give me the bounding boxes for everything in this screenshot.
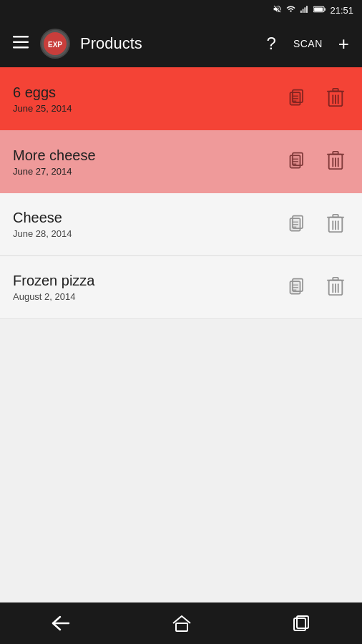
toolbar-actions: ? SCAN +: [260, 28, 355, 59]
svg-text:EXP: EXP: [48, 41, 62, 49]
status-icons: 21:51: [273, 4, 353, 16]
status-time: 21:51: [330, 5, 353, 16]
signal-icon: [300, 4, 310, 16]
product-item: 6 eggs June 25, 2014: [0, 67, 362, 130]
product-actions: [283, 146, 349, 177]
back-button[interactable]: [37, 608, 84, 638]
product-date: June 28, 2014: [13, 228, 283, 239]
product-item: More cheese June 27, 2014: [0, 130, 362, 193]
delete-button[interactable]: [322, 83, 349, 114]
product-date: June 27, 2014: [13, 166, 283, 177]
copy-button[interactable]: [283, 209, 312, 240]
product-name: Cheese: [13, 210, 283, 226]
toolbar: EXP Products ? SCAN +: [0, 20, 362, 67]
svg-rect-62: [176, 623, 187, 631]
svg-rect-0: [300, 11, 302, 13]
product-item: Frozen pizza August 2, 2014: [0, 256, 362, 319]
svg-rect-7: [13, 36, 29, 38]
mute-icon: [273, 4, 282, 16]
delete-button[interactable]: [322, 146, 349, 177]
product-name: Frozen pizza: [13, 273, 283, 289]
svg-rect-57: [333, 277, 338, 280]
delete-button[interactable]: [322, 272, 349, 303]
app-logo: EXP: [40, 29, 70, 59]
product-date: August 2, 2014: [13, 291, 283, 302]
product-info: Cheese June 28, 2014: [13, 210, 283, 239]
copy-button[interactable]: [283, 83, 312, 114]
copy-button[interactable]: [283, 146, 312, 177]
product-actions: [283, 83, 349, 114]
product-info: 6 eggs June 25, 2014: [13, 84, 283, 114]
product-actions: [283, 272, 349, 303]
bottom-nav: [0, 602, 362, 644]
svg-rect-8: [13, 42, 29, 44]
battery-icon: [313, 5, 326, 16]
help-button[interactable]: ?: [260, 28, 283, 59]
status-bar: 21:51: [0, 0, 362, 20]
add-button[interactable]: +: [333, 29, 355, 59]
product-name: 6 eggs: [13, 84, 283, 101]
product-info: Frozen pizza August 2, 2014: [13, 273, 283, 302]
product-name: More cheese: [13, 147, 283, 164]
menu-icon[interactable]: [7, 29, 34, 59]
svg-rect-9: [13, 47, 29, 49]
svg-rect-45: [333, 214, 338, 217]
svg-rect-3: [307, 6, 308, 13]
delete-button[interactable]: [322, 209, 349, 240]
product-actions: [283, 209, 349, 240]
svg-rect-21: [333, 89, 338, 92]
svg-rect-1: [303, 9, 304, 13]
home-button[interactable]: [158, 608, 205, 639]
scan-button[interactable]: SCAN: [286, 34, 330, 54]
product-list: 6 eggs June 25, 2014: [0, 67, 362, 602]
product-info: More cheese June 27, 2014: [13, 147, 283, 177]
svg-rect-6: [315, 7, 323, 11]
wifi-icon: [285, 4, 296, 16]
product-item: Cheese June 28, 2014: [0, 193, 362, 256]
toolbar-title: Products: [76, 34, 254, 53]
copy-button[interactable]: [283, 272, 312, 303]
svg-rect-5: [325, 8, 326, 11]
product-date: June 25, 2014: [13, 103, 283, 114]
recent-button[interactable]: [279, 608, 325, 638]
svg-rect-2: [305, 7, 306, 13]
svg-rect-33: [333, 152, 338, 155]
